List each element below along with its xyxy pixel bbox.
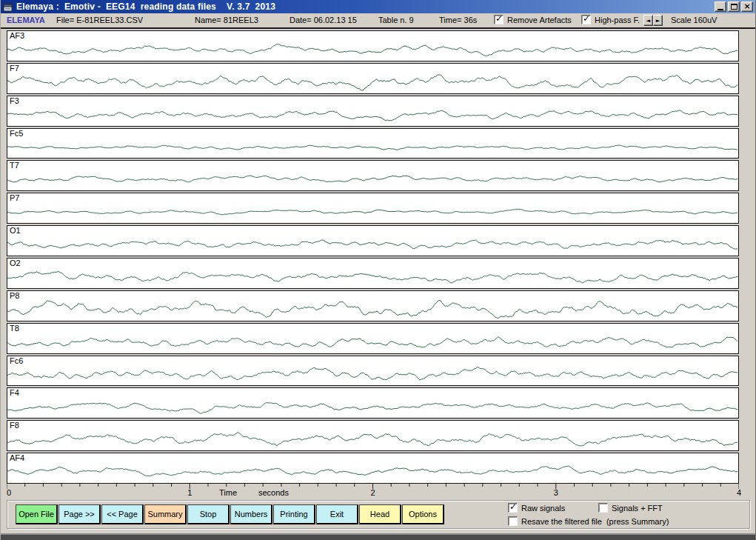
checkbox-signals-fft[interactable]: Signals + FFT [598,503,663,513]
checkbox-raw-signals[interactable]: ✓Raw signals [508,503,565,513]
channel-label-o2: O2 [10,259,21,267]
checkbox-remove-artefacts-label: Remove Artefacts [507,16,572,24]
eeg-chart-area: AF3F7F3Fc5T7P7O1O2P8T8Fc6F4F8AF4 Time se… [1,29,755,499]
channel-stack: AF3F7F3Fc5T7P7O1O2P8T8Fc6F4F8AF4 [7,30,739,484]
channel-label-o1: O1 [10,226,21,235]
checkbox-resave-the-filtered-file-press-summary-label: Resave the filtered file (press Summary) [521,517,669,526]
channel-label-fc5: Fc5 [10,129,23,138]
checkmark-icon: ✓ [495,13,503,24]
scale-increase-button[interactable]: ► [653,15,663,26]
channel-panel-af3: AF3 [7,30,739,61]
window-controls: × [715,1,753,12]
channel-panel-o1: O1 [7,225,739,256]
checkbox-resave-the-filtered-file-press-summary[interactable]: Resave the filtered file (press Summary) [508,516,669,526]
button-page[interactable]: Page >> [58,504,101,524]
date-label: Date= 06.02.13 15 [290,16,357,24]
app-window: Elemaya : Emotiv - EEG14 reading data fi… [0,0,756,540]
window-title: Elemaya : Emotiv - EEG14 reading data fi… [16,1,275,12]
checkbox-raw-signals-box[interactable]: ✓ [508,503,518,513]
channel-panel-p7: P7 [7,193,739,224]
titlebar: Elemaya : Emotiv - EEG14 reading data fi… [1,0,755,13]
channel-label-af4: AF4 [10,453,24,462]
axis-tick-label-1: 1 [187,488,192,497]
file-label: File= E-81REEL33.CSV [56,16,143,24]
name-label: Name= 81REEL3 [195,16,258,24]
channel-panel-fc5: Fc5 [7,128,739,159]
minimize-button[interactable] [715,1,726,12]
checkbox-signals-fft-label: Signals + FFT [612,504,663,513]
time-label: Time= 36s [439,16,477,24]
channel-label-f7: F7 [10,64,19,73]
button-head[interactable]: Head [359,504,401,524]
checkmark-icon: ✓ [583,13,590,24]
control-panel: Open FilePage >><< PageSummaryStopNumber… [7,500,750,529]
app-name-label: ELEMAYA [7,16,45,24]
scale-decrease-button[interactable]: ◄ [643,15,653,26]
channel-panel-t7: T7 [7,160,739,191]
channel-label-af3: AF3 [10,31,24,40]
axis-tick-label-2: 2 [370,488,375,497]
checkbox-high-pass-f--box[interactable]: ✓ [581,15,591,24]
checkbox-raw-signals-label: Raw signals [521,504,565,513]
axis-tick-label-3: 3 [554,488,558,497]
app-icon [3,2,13,11]
button-page[interactable]: << Page [101,504,144,524]
channel-label-p7: P7 [10,193,19,202]
channel-panel-o2: O2 [7,258,739,289]
axis-caption-time: Time [219,488,237,497]
axis-caption-seconds: seconds [258,488,289,497]
channel-panel-p8: P8 [7,290,739,321]
scale-label: Scale 160uV [671,16,717,24]
channel-label-f8: F8 [10,421,19,430]
channel-label-f4: F4 [10,388,19,397]
channel-panel-fc6: Fc6 [7,356,739,387]
checkbox-resave-the-filtered-file-press-summary-box[interactable] [508,516,518,526]
button-summary[interactable]: Summary [144,504,187,524]
checkbox-remove-artefacts-box[interactable]: ✓ [494,15,504,24]
scale-spinner: ◄ ► [643,15,663,26]
channel-panel-f8: F8 [7,420,739,451]
channel-panel-f3: F3 [7,96,739,127]
checkbox-remove-artefacts[interactable]: ✓Remove Artefacts [494,15,572,24]
button-stop[interactable]: Stop [187,504,230,524]
maximize-button[interactable] [728,1,740,12]
channel-label-p8: P8 [10,291,19,300]
checkbox-signals-fft-box[interactable] [598,503,608,513]
button-exit[interactable]: Exit [316,504,358,524]
header-bar: ELEMAYA File= E-81REEL33.CSV Name= 81REE… [1,13,755,29]
channel-panel-af4: AF4 [7,453,739,484]
channel-label-f3: F3 [10,96,19,105]
table-label: Table n. 9 [378,16,414,24]
axis-tick-label-4: 4 [737,488,741,497]
bottom-frame-strip [1,533,755,540]
maximize-icon [731,4,737,10]
time-axis: Time seconds 01234 [7,484,739,499]
channel-label-fc6: Fc6 [10,356,23,365]
button-printing[interactable]: Printing [273,504,315,524]
close-icon: × [743,3,750,10]
minimize-icon [717,9,723,10]
toolbar: Open FilePage >><< PageSummaryStopNumber… [16,504,444,524]
channel-panel-f7: F7 [7,63,739,94]
channel-panel-t8: T8 [7,323,739,354]
checkbox-high-pass-f-[interactable]: ✓High-pass F. [581,15,640,24]
channel-panel-f4: F4 [7,387,739,419]
button-options[interactable]: Options [402,504,444,524]
button-numbers[interactable]: Numbers [230,504,272,524]
channel-label-t7: T7 [10,161,19,170]
close-button[interactable]: × [741,1,753,12]
checkbox-high-pass-f--label: High-pass F. [595,16,640,24]
channel-label-t8: T8 [10,324,19,333]
button-open-file[interactable]: Open File [16,504,58,524]
axis-tick-label-0: 0 [7,488,11,497]
checkmark-icon: ✓ [509,501,517,512]
